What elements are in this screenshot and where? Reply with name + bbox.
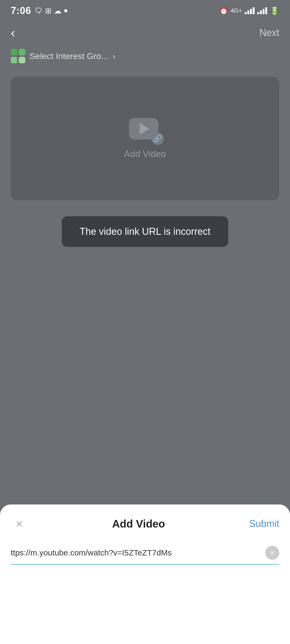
clear-input-button[interactable]: × — [265, 546, 279, 560]
breadcrumb[interactable]: Select Interest Gro... › — [0, 46, 290, 71]
url-input[interactable] — [11, 548, 261, 557]
bottom-sheet-header: × Add Video Submit — [11, 515, 279, 532]
top-nav: ‹ Next — [0, 19, 290, 46]
status-right: ⏰ 4G+ 🔋 — [219, 6, 279, 15]
url-input-wrapper[interactable]: × — [11, 546, 279, 565]
discord-icon: ⊞ — [45, 6, 51, 15]
link-badge: 🔗 — [151, 133, 164, 145]
error-message: The video link URL is incorrect — [80, 226, 211, 237]
data-icon: 4G+ — [231, 7, 242, 14]
status-bar: 7:06 🗨 ⊞ ☁ ⏰ 4G+ 🔋 — [0, 0, 290, 19]
status-time: 7:06 — [11, 5, 31, 16]
submit-button[interactable]: Submit — [249, 518, 279, 529]
add-video-label: Add Video — [124, 149, 166, 159]
battery-icon: 🔋 — [270, 6, 279, 15]
link-icon: 🔗 — [153, 134, 162, 143]
messenger-icon: 🗨 — [35, 6, 42, 15]
error-toast: The video link URL is incorrect — [62, 216, 228, 247]
play-triangle — [140, 123, 149, 135]
status-icons-left: 🗨 ⊞ ☁ — [35, 6, 67, 15]
alarm-icon: ⏰ — [219, 7, 228, 15]
weather-icon: ☁ — [54, 6, 61, 15]
sheet-title: Add Video — [112, 518, 165, 530]
breadcrumb-icon — [11, 49, 25, 63]
close-button[interactable]: × — [11, 515, 28, 532]
status-left: 7:06 🗨 ⊞ ☁ — [11, 5, 67, 16]
video-area[interactable]: 🔗 Add Video — [11, 77, 279, 200]
video-icon-wrapper: 🔗 — [129, 118, 161, 142]
clear-icon: × — [270, 549, 274, 557]
breadcrumb-label: Select Interest Gro... — [30, 51, 108, 61]
notification-dot — [64, 9, 67, 12]
bottom-sheet: × Add Video Submit × — [0, 504, 290, 644]
back-button[interactable]: ‹ — [11, 26, 15, 39]
signal-bars-1 — [245, 7, 255, 14]
signal-bars-2 — [257, 7, 267, 14]
next-button[interactable]: Next — [259, 27, 279, 38]
close-icon: × — [16, 518, 23, 530]
breadcrumb-arrow-icon: › — [113, 51, 115, 61]
